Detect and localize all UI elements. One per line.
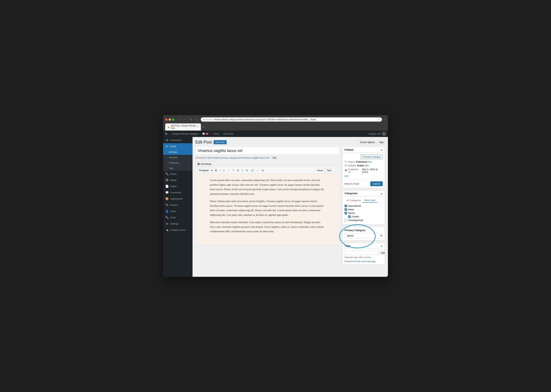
preview-changes-button[interactable]: Preview Changes — [360, 155, 383, 159]
close-button[interactable] — [165, 119, 168, 121]
status-edit-link[interactable]: Edit — [368, 161, 372, 163]
admin-bar-site-name[interactable]: ⌂ Simple Primary Category — [169, 133, 199, 135]
admin-bar-view-post[interactable]: View Post — [222, 133, 234, 135]
editor-wrapper: Edit Post Add New Screen Options Help — [192, 137, 388, 277]
admin-sidebar: ⊞ Dashboard ✏ Posts All Posts Add New Ca… — [163, 137, 192, 277]
maximize-button[interactable] — [172, 119, 174, 121]
sidebar-item-books[interactable]: 🔧 Books — [163, 171, 192, 177]
update-button[interactable]: Update — [370, 181, 383, 186]
calendar-icon: 📅 — [345, 169, 347, 172]
align-center-button[interactable]: ≡ — [240, 168, 244, 172]
admin-bar: ⊕ ⌂ Simple Primary Category 💬 0 + New Vi… — [163, 131, 388, 137]
category-checkbox-sports[interactable] — [345, 212, 347, 214]
primary-category-select[interactable]: International News Sports Cricket — [345, 233, 383, 238]
category-checkbox-uncategorized[interactable] — [345, 219, 347, 222]
sidebar-item-categories[interactable]: Categories — [163, 160, 192, 166]
add-media-button[interactable]: 🖼 Add Media — [195, 162, 213, 166]
category-checkbox-news[interactable] — [345, 208, 347, 211]
wp-favicon: 🔒 — [167, 126, 170, 128]
new-tab-button[interactable]: + — [202, 125, 205, 129]
add-media-icon: 🖼 — [197, 163, 200, 165]
categories-box-title: Categories — [345, 192, 357, 195]
align-right-button[interactable]: ☰ — [245, 168, 249, 172]
list-item: Uncategorized — [345, 219, 383, 222]
sidebar-item-all-posts[interactable]: All Posts — [163, 149, 192, 155]
url-text: simple-primary-category.test/wp-admin/po… — [214, 118, 316, 121]
dashboard-icon: ⊞ — [165, 138, 169, 142]
ordered-list-button[interactable]: ⋮ — [226, 168, 231, 172]
permalink-edit-button[interactable]: Edit — [271, 156, 278, 160]
categories-box: Categories ▲ All Categories Most Used — [342, 190, 385, 224]
admin-bar-comments[interactable]: 💬 0 — [201, 133, 210, 135]
blockquote-button[interactable]: ❝ — [231, 168, 235, 172]
tab-all-categories[interactable]: All Categories — [345, 198, 363, 203]
help-button[interactable]: Help — [377, 140, 385, 144]
visual-tab[interactable]: Visual — [315, 168, 325, 172]
tags-box-title: Tags — [345, 244, 350, 247]
publish-toggle-button[interactable]: ▲ — [380, 148, 383, 151]
sidebar-item-media[interactable]: 🖼 Media — [163, 177, 192, 183]
sidebar-item-pages[interactable]: 📄 Pages — [163, 183, 192, 189]
publish-visibility-row: 👁 Visibility: Public Edit — [345, 164, 383, 167]
active-tab[interactable]: 🔒 Edit Post ‹ Simple Primary Cat... ✕ — [165, 123, 201, 131]
visual-text-tabs: Visual Text — [315, 168, 333, 172]
admin-bar-new[interactable]: + New — [211, 133, 220, 135]
back-button[interactable]: ← — [177, 117, 182, 122]
sidebar-item-tools[interactable]: 🔧 Tools — [163, 214, 192, 221]
publish-date-edit-link[interactable]: Edit — [345, 175, 348, 177]
permalink-label: Permalink: — [195, 156, 206, 159]
categories-toggle-button[interactable]: ▲ — [380, 192, 383, 195]
tab-title: Edit Post ‹ Simple Primary Cat... — [171, 125, 196, 129]
editor-toolbar: Paragraph B I ≡ ⋮ ❝ ☰ ≡ ☰ — [195, 167, 339, 174]
permalink-url[interactable]: http://simple-primary-category.test/viva… — [207, 156, 270, 159]
tab-bar: 🔒 Edit Post ‹ Simple Primary Cat... ✕ + — [165, 123, 386, 131]
sidebar-item-posts[interactable]: ✏ Posts — [163, 143, 192, 149]
minimize-button[interactable] — [169, 119, 171, 121]
address-bar[interactable]: Not Secure simple-primary-category.test/… — [201, 117, 382, 122]
align-left-button[interactable]: ☰ — [235, 168, 240, 172]
tab-close-icon[interactable]: ✕ — [197, 126, 199, 128]
move-to-trash-link[interactable]: Move to Trash — [345, 182, 359, 185]
wp-logo-icon: ⊕ — [165, 132, 168, 136]
editor-content[interactable]: Lorem ipsum dolor sit amet, consectetur … — [195, 174, 339, 245]
visibility-edit-link[interactable]: Edit — [365, 164, 369, 167]
category-checkbox-international[interactable] — [345, 205, 347, 207]
forward-button[interactable]: → — [183, 117, 188, 122]
body-paragraph-3: Maecenas faucibus mollis interdum. Cras … — [210, 220, 325, 234]
italic-button[interactable]: I — [219, 168, 222, 172]
primary-category-box: Primary Category International News Spor… — [342, 226, 385, 241]
sidebar-item-users[interactable]: 👤 Users — [163, 208, 192, 214]
add-new-button[interactable]: Add New — [214, 140, 227, 144]
table-button[interactable]: ⊞ — [261, 168, 265, 172]
tags-toggle-button[interactable]: ▲ — [380, 244, 383, 247]
tags-add-button[interactable]: Add — [379, 251, 387, 255]
post-title-input[interactable] — [195, 147, 339, 155]
link-button[interactable]: 🔗 — [250, 168, 255, 172]
choose-tags-link[interactable]: Choose from the most used tags — [345, 260, 375, 263]
bold-button[interactable]: B — [214, 168, 218, 172]
paragraph-select[interactable]: Paragraph — [197, 168, 213, 172]
home-button[interactable]: ⌂ — [194, 117, 199, 122]
reload-button[interactable]: ↻ — [189, 117, 194, 122]
sidebar-item-settings[interactable]: ⚙ Settings — [163, 221, 192, 227]
sidebar-item-dashboard[interactable]: ⊞ Dashboard — [163, 137, 192, 143]
sidebar-item-appearance[interactable]: 🎨 Appearance — [163, 196, 192, 202]
more-button[interactable]: — — [255, 168, 260, 172]
tags-input[interactable] — [345, 251, 378, 255]
sidebar-item-add-new[interactable]: Add New — [163, 155, 192, 160]
body-paragraph-1: Lorem ipsum dolor sit amet, consectetur … — [210, 178, 325, 196]
sidebar-item-collapse[interactable]: ◀ Collapse menu — [163, 227, 192, 233]
category-checkbox-cricket[interactable] — [348, 216, 351, 218]
sidebar-item-comments[interactable]: 💬 Comments — [163, 189, 192, 196]
tags-box-header: Tags ▲ — [342, 243, 385, 249]
sidebar-item-tags[interactable]: Tags — [163, 166, 192, 171]
fullscreen-button[interactable]: ⛶ — [335, 169, 338, 172]
publish-date-row: 📅 Published on: May 5, 2020 at 20:43 — [345, 168, 383, 173]
page-title: Edit Post — [195, 140, 212, 145]
browser-menu-icon[interactable]: ⚙ — [383, 118, 386, 121]
text-tab[interactable]: Text — [325, 168, 333, 172]
unordered-list-button[interactable]: ≡ — [222, 168, 226, 172]
screen-options-button[interactable]: Screen Options — [359, 140, 376, 144]
sidebar-item-plugins[interactable]: 🔌 Plugins — [163, 202, 192, 208]
tab-most-used[interactable]: Most Used — [363, 198, 377, 203]
